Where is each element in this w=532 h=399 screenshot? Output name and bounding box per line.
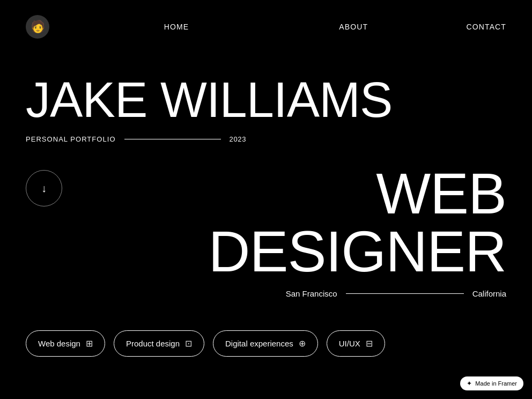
- hero-divider-line: [124, 139, 221, 139]
- nav-logo[interactable]: 🧑: [26, 15, 49, 39]
- avatar-emoji: 🧑: [31, 20, 45, 34]
- nav-contact-link[interactable]: CONTACT: [467, 23, 506, 31]
- navbar: 🧑 HOME ABOUT CONTACT: [0, 0, 532, 54]
- location-divider-line: [346, 293, 464, 294]
- location-city: San Francisco: [286, 289, 337, 298]
- tag-web-design[interactable]: Web design ⊞: [26, 330, 105, 357]
- middle-section: ↓ WEB DESIGNER San Francisco California: [0, 143, 532, 298]
- hero-title: WEB DESIGNER: [94, 165, 506, 280]
- web-design-icon: ⊞: [86, 338, 93, 349]
- tag-product-design[interactable]: Product design ⊡: [114, 330, 204, 357]
- location-state: California: [472, 289, 506, 298]
- hero-name: JAKE WILLIAMS: [26, 75, 506, 124]
- hero-subtitle-row: PERSONAL PORTFOLIO 2023: [26, 135, 506, 143]
- tag-ui-ux[interactable]: UI/UX ⊟: [327, 330, 385, 357]
- product-design-icon: ⊡: [185, 338, 192, 349]
- tag-label: UI/UX: [339, 339, 360, 348]
- nav-about-link[interactable]: ABOUT: [339, 23, 368, 31]
- ui-ux-icon: ⊟: [366, 338, 373, 349]
- tag-label: Digital experiences: [225, 339, 293, 348]
- digital-experiences-icon: ⊕: [299, 338, 306, 349]
- framer-icon: ✦: [467, 380, 472, 387]
- location-row: San Francisco California: [94, 289, 506, 298]
- hero-section: JAKE WILLIAMS PERSONAL PORTFOLIO 2023: [0, 54, 532, 143]
- tags-row: Web design ⊞ Product design ⊡ Digital ex…: [0, 298, 532, 357]
- right-content: WEB DESIGNER San Francisco California: [94, 165, 506, 298]
- tag-digital-experiences[interactable]: Digital experiences ⊕: [213, 330, 318, 357]
- chevron-down-icon: ↓: [41, 182, 47, 195]
- scroll-down-button[interactable]: ↓: [26, 170, 62, 206]
- framer-badge-label: Made in Framer: [475, 380, 517, 387]
- hero-year: 2023: [230, 135, 247, 143]
- portfolio-label: PERSONAL PORTFOLIO: [26, 135, 116, 143]
- nav-home-link[interactable]: HOME: [164, 23, 189, 31]
- tag-label: Product design: [126, 339, 180, 348]
- nav-links: HOME ABOUT: [164, 23, 368, 31]
- framer-badge[interactable]: ✦ Made in Framer: [460, 376, 523, 390]
- tag-label: Web design: [38, 339, 80, 348]
